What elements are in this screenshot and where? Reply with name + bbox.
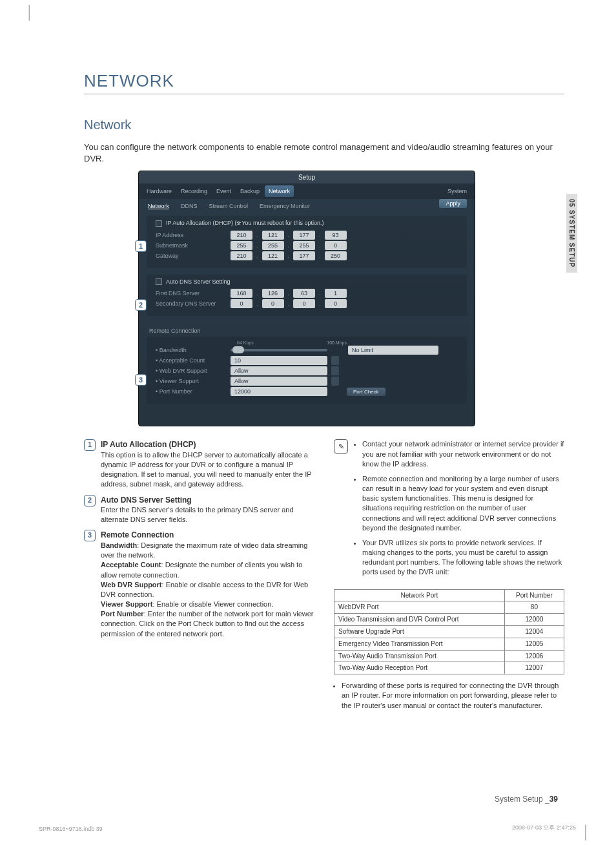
- ports-table: Network PortPort Number WebDVR Port80 Vi…: [334, 589, 564, 675]
- port-check-button[interactable]: Port Check: [347, 388, 385, 396]
- main-tabs: Hardware Recording Event Backup Network …: [139, 183, 475, 199]
- legend-num-1: 1: [84, 439, 96, 451]
- bandwidth-scale: 64 Kbps100 Mbps: [237, 340, 347, 345]
- subtab-ddns[interactable]: DDNS: [181, 203, 198, 209]
- legend-title: IP Auto Allocation (DHCP): [101, 439, 314, 450]
- label-webdvr: • Web DVR Support: [156, 368, 227, 374]
- ip-octet[interactable]: 255: [262, 241, 284, 250]
- divider: [84, 94, 564, 94]
- chevron-down-icon[interactable]: [331, 366, 339, 375]
- accept-count-input[interactable]: 10: [231, 356, 327, 365]
- label-accept-count: • Acceptable Count: [156, 357, 227, 364]
- tab-event[interactable]: Event: [212, 185, 235, 197]
- section-title: Network: [84, 118, 564, 132]
- callout-2: 2: [135, 299, 147, 311]
- ip-octet[interactable]: 126: [262, 289, 284, 298]
- legend-body: This option is to allow the DHCP server …: [101, 450, 314, 490]
- count-stepper[interactable]: [331, 356, 339, 365]
- ip-octet[interactable]: 168: [231, 289, 252, 298]
- legend-num-3: 3: [84, 530, 96, 541]
- webdvr-select[interactable]: Allow: [231, 366, 327, 375]
- tab-recording[interactable]: Recording: [177, 185, 211, 197]
- ip-octet[interactable]: 1: [325, 289, 347, 298]
- legend-body: Enter the DNS server's details to the pr…: [101, 505, 314, 525]
- ip-octet[interactable]: 0: [325, 241, 347, 250]
- ip-octet[interactable]: 210: [231, 251, 252, 260]
- label-ip: IP Address: [156, 232, 227, 238]
- remote-header: Remote Connection: [147, 322, 467, 337]
- ip-octet[interactable]: 121: [262, 251, 284, 260]
- tab-network[interactable]: Network: [265, 185, 294, 197]
- legend-title: Auto DNS Server Setting: [101, 495, 314, 506]
- callout-3: 3: [135, 374, 147, 386]
- subtab-stream[interactable]: Stream Control: [209, 203, 249, 209]
- chevron-down-icon[interactable]: [331, 377, 339, 386]
- viewer-select[interactable]: Allow: [231, 377, 327, 386]
- ip-octet[interactable]: 0: [293, 299, 315, 308]
- ip-octet[interactable]: 0: [231, 299, 252, 308]
- subtab-emergency[interactable]: Emergency Monitor: [260, 203, 310, 209]
- subtab-network[interactable]: Network: [148, 203, 169, 209]
- callout-1: 1: [135, 240, 147, 252]
- ip-octet[interactable]: 177: [293, 251, 315, 260]
- intro-text: You can configure the network components…: [84, 141, 564, 164]
- label-viewer: • Viewer Support: [156, 378, 227, 384]
- label-dns2: Secondary DNS Server: [156, 300, 227, 307]
- ip-octet[interactable]: 210: [231, 231, 252, 240]
- print-filename: SPR-9816~9716.indb 39: [39, 826, 103, 832]
- tab-backup[interactable]: Backup: [236, 185, 263, 197]
- legend-num-2: 2: [84, 495, 96, 506]
- note-icon: [334, 439, 348, 454]
- port-input[interactable]: 12000: [231, 387, 327, 396]
- label-gateway: Gateway: [156, 253, 227, 259]
- bandwidth-slider[interactable]: [231, 349, 327, 351]
- ip-octet[interactable]: 250: [325, 251, 347, 260]
- print-timestamp: 2008-07-03 오후 2:47:26: [512, 824, 576, 832]
- ip-octet[interactable]: 255: [293, 241, 315, 250]
- ip-octet[interactable]: 177: [293, 231, 315, 240]
- bandwidth-value[interactable]: No Limit: [348, 346, 438, 355]
- label-subnet: Subnetmask: [156, 242, 227, 249]
- ip-octet[interactable]: 121: [262, 231, 284, 240]
- tab-hardware[interactable]: Hardware: [143, 185, 176, 197]
- apply-button[interactable]: Apply: [439, 199, 467, 208]
- dhcp-header: IP Auto Allocation (DHCP) (※You must reb…: [156, 220, 460, 227]
- notes-list-2: Forwarding of these ports is required fo…: [334, 681, 564, 711]
- label-port: • Port Number: [156, 388, 227, 395]
- window-title: Setup: [139, 171, 475, 183]
- subtabs: Network DDNS Stream Control Emergency Mo…: [139, 199, 475, 213]
- page-footer: System Setup _39: [495, 795, 558, 804]
- ip-octet[interactable]: 0: [325, 299, 347, 308]
- notes-list: Contact your network administrator or in…: [354, 439, 564, 582]
- legend-title: Remote Connection: [101, 530, 314, 541]
- ip-octet[interactable]: 63: [293, 289, 315, 298]
- legend-defs: Bandwidth: Designate the maximum rate of…: [101, 541, 314, 639]
- page-title: NETWORK: [84, 71, 564, 91]
- ip-octet[interactable]: 93: [325, 231, 347, 240]
- ip-octet[interactable]: 0: [262, 299, 284, 308]
- ip-octet[interactable]: 255: [231, 241, 252, 250]
- dns-checkbox[interactable]: [156, 278, 162, 285]
- settings-screenshot: Setup Hardware Recording Event Backup Ne…: [138, 171, 475, 426]
- label-bandwidth: • Bandwidth: [156, 347, 227, 353]
- tab-system[interactable]: System: [444, 185, 471, 197]
- dhcp-checkbox[interactable]: [156, 220, 162, 227]
- dns-header: Auto DNS Server Setting: [156, 278, 460, 286]
- crop-mark: │: [582, 825, 591, 840]
- label-dns1: First DNS Server: [156, 290, 227, 297]
